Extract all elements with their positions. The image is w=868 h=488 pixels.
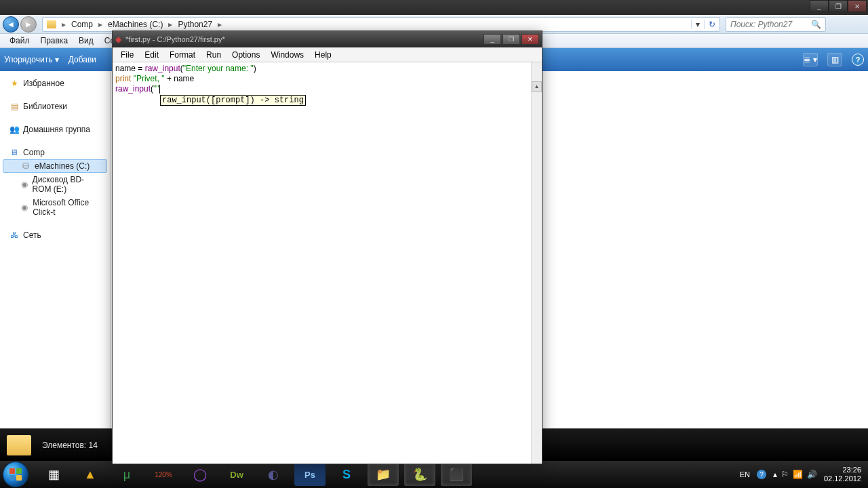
- tray-up-icon[interactable]: ▴: [773, 470, 777, 479]
- libraries-icon: ▤: [9, 102, 19, 111]
- taskbar-clock[interactable]: 23:26 02.12.2012: [824, 466, 861, 483]
- taskbar-app-120pct[interactable]: 120%: [148, 463, 179, 486]
- preview-pane-button[interactable]: ▥: [827, 53, 842, 66]
- menu-edit[interactable]: Правка: [35, 36, 74, 45]
- tray-network-icon[interactable]: 📶: [793, 470, 803, 479]
- nav-label: Microsoft Office Click-t: [33, 198, 103, 217]
- idle-close-button[interactable]: ✕: [521, 34, 539, 45]
- taskbar-app-utorrent[interactable]: μ: [111, 463, 142, 486]
- idle-scrollbar[interactable]: ▲: [531, 62, 542, 464]
- nav-network[interactable]: 🖧 Сеть: [3, 228, 107, 242]
- taskbar-app-eclipse[interactable]: ◐: [258, 463, 289, 486]
- computer-icon: 🖥: [9, 148, 19, 157]
- text-cursor: [159, 85, 160, 94]
- nav-drive-c[interactable]: ⛁ eMachines (C:): [3, 159, 107, 173]
- taskbar-app-aimp[interactable]: ▲: [75, 463, 106, 486]
- idle-maximize-button[interactable]: ❐: [502, 34, 520, 45]
- idle-menu-help[interactable]: Help: [309, 50, 337, 60]
- nav-back-button[interactable]: ◄: [3, 16, 19, 33]
- search-input[interactable]: Поиск: Python27 🔍: [726, 17, 826, 32]
- idle-editor-window: ◆ *first.py - C:/Python27/first.py* _ ❐ …: [112, 30, 542, 464]
- idle-menu-run[interactable]: Run: [201, 50, 226, 60]
- taskbar-app-photoshop[interactable]: Ps: [294, 463, 326, 486]
- taskbar-app-console[interactable]: ⬛: [441, 463, 472, 486]
- nav-label: Comp: [23, 148, 45, 157]
- nav-label: Сеть: [23, 230, 41, 240]
- idle-tooltip: raw_input([prompt]) -> string: [160, 95, 306, 106]
- navigation-pane: ★ Избранное ▤ Библиотеки 👥 Домашняя груп…: [0, 71, 111, 428]
- status-item-count: Элементов: 14: [42, 441, 98, 450]
- drive-icon: ⛁: [21, 161, 31, 171]
- windows-logo-icon: [9, 468, 22, 481]
- idle-menu-windows[interactable]: Windows: [265, 50, 309, 60]
- organize-button[interactable]: Упорядочить ▾: [4, 55, 59, 64]
- idle-title-bar[interactable]: ◆ *first.py - C:/Python27/first.py* _ ❐ …: [113, 31, 542, 47]
- taskbar-app-explorer[interactable]: ▦: [38, 463, 69, 486]
- disc-icon: ◉: [20, 203, 28, 212]
- breadcrumb-dropdown-button[interactable]: ▾: [691, 20, 704, 29]
- search-placeholder: Поиск: Python27: [730, 20, 792, 29]
- nav-drive-ms[interactable]: ◉ Microsoft Office Click-t: [3, 196, 107, 219]
- taskbar-app-dreamweaver[interactable]: Dw: [221, 463, 252, 486]
- idle-code-area[interactable]: name = raw_input("Enter your name: ") pr…: [113, 62, 542, 464]
- language-indicator[interactable]: EN: [740, 470, 750, 479]
- taskbar-app-idle[interactable]: 🐍: [404, 463, 435, 486]
- idle-minimize-button[interactable]: _: [484, 34, 501, 45]
- nav-forward-button[interactable]: ►: [20, 16, 37, 33]
- breadcrumb-seg-drive[interactable]: eMachines (C:): [104, 18, 167, 31]
- chevron-right-icon: ▸: [97, 20, 104, 29]
- idle-title-text: *first.py - C:/Python27/first.py*: [125, 35, 225, 43]
- clock-time: 23:26: [824, 466, 861, 474]
- idle-menubar: File Edit Format Run Options Windows Hel…: [113, 47, 542, 62]
- search-icon[interactable]: 🔍: [811, 20, 821, 29]
- tray-flag-icon[interactable]: ⚐: [781, 470, 789, 479]
- nav-label: eMachines (C:): [35, 161, 90, 171]
- view-options-button[interactable]: ≣ ▾: [803, 53, 818, 66]
- idle-menu-options[interactable]: Options: [226, 50, 265, 60]
- breadcrumb[interactable]: ▸ Comp ▸ eMachines (C:) ▸ Python27 ▸ ▾ ↻: [42, 17, 720, 32]
- system-tray[interactable]: ▴ ⚐ 📶 🔊: [773, 470, 817, 479]
- nav-homegroup[interactable]: 👥 Домашняя группа: [3, 123, 107, 136]
- menu-view[interactable]: Вид: [73, 36, 99, 45]
- folder-icon: [7, 435, 31, 455]
- nav-label: Библиотеки: [23, 102, 67, 111]
- disc-icon: ◉: [20, 180, 28, 189]
- outer-minimize-button[interactable]: _: [810, 0, 829, 12]
- outer-close-button[interactable]: ✕: [848, 0, 867, 12]
- nav-label: Дисковод BD-ROM (E:): [33, 175, 104, 194]
- python-icon: ◆: [115, 35, 121, 44]
- outer-maximize-button[interactable]: ❐: [829, 0, 848, 12]
- clock-date: 02.12.2012: [824, 474, 861, 483]
- network-icon: 🖧: [9, 230, 19, 240]
- breadcrumb-seg-comp[interactable]: Comp: [67, 18, 97, 31]
- idle-menu-file[interactable]: File: [115, 50, 139, 60]
- taskbar-app-explorer-window[interactable]: 📁: [368, 463, 399, 486]
- tray-sound-icon[interactable]: 🔊: [807, 470, 817, 479]
- help-button[interactable]: ?: [852, 54, 864, 66]
- start-button[interactable]: [3, 462, 28, 487]
- nav-drive-bd[interactable]: ◉ Дисковод BD-ROM (E:): [3, 173, 107, 196]
- nav-libraries[interactable]: ▤ Библиотеки: [3, 100, 107, 113]
- outer-window-titlebar: _ ❐ ✕: [0, 0, 868, 15]
- taskbar: ▦ ▲ μ 120% ◯ Dw ◐ Ps S 📁 🐍 ⬛ EN ? ▴ ⚐ 📶 …: [0, 461, 868, 488]
- help-tray-icon[interactable]: ?: [757, 470, 766, 479]
- breadcrumb-seg-folder[interactable]: Python27: [174, 18, 216, 31]
- idle-menu-format[interactable]: Format: [164, 50, 201, 60]
- nav-computer[interactable]: 🖥 Comp: [3, 146, 107, 159]
- add-to-library-button[interactable]: Добави: [68, 55, 96, 64]
- taskbar-app-purple[interactable]: ◯: [184, 463, 216, 486]
- refresh-button[interactable]: ↻: [704, 20, 719, 29]
- nav-favorites[interactable]: ★ Избранное: [3, 77, 107, 90]
- folder-icon: [47, 20, 56, 28]
- scroll-up-button[interactable]: ▲: [532, 81, 542, 92]
- nav-label: Избранное: [23, 79, 64, 88]
- menu-file[interactable]: Файл: [4, 36, 35, 45]
- chevron-right-icon: ▸: [60, 20, 67, 29]
- homegroup-icon: 👥: [9, 125, 19, 134]
- taskbar-app-skype[interactable]: S: [331, 463, 362, 486]
- chevron-right-icon: ▸: [167, 20, 174, 29]
- nav-label: Домашняя группа: [23, 125, 90, 134]
- idle-menu-edit[interactable]: Edit: [139, 50, 164, 60]
- star-icon: ★: [9, 79, 19, 88]
- chevron-right-icon: ▸: [216, 20, 223, 29]
